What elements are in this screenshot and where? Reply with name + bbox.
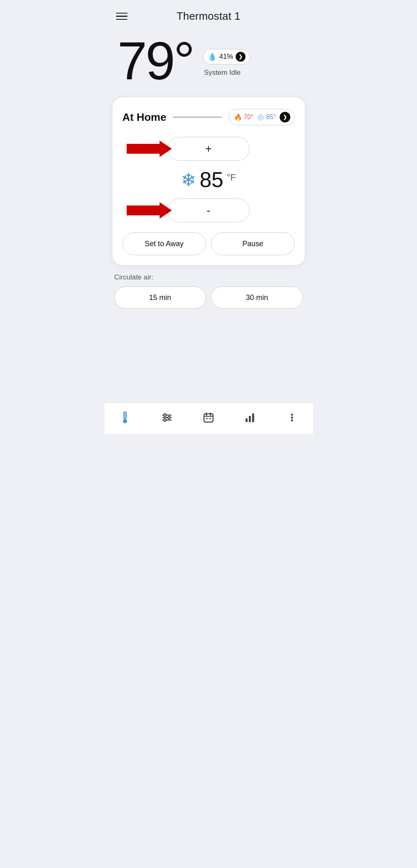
mode-arrow-button[interactable]: ❯ bbox=[280, 112, 290, 122]
nav-thermostat[interactable] bbox=[114, 409, 137, 426]
mode-temps-badge[interactable]: 🔥 70° ❄️ 85° ❯ bbox=[229, 109, 294, 125]
flex-spacer bbox=[104, 319, 313, 402]
nav-more[interactable] bbox=[280, 409, 303, 426]
nav-schedule[interactable] bbox=[197, 409, 220, 426]
heat-temp: 🔥 70° bbox=[234, 113, 253, 121]
temperature-section: 79° 💧 41% ❯ System Idle bbox=[104, 28, 313, 97]
sliders-icon bbox=[160, 411, 174, 424]
svg-rect-17 bbox=[246, 418, 248, 422]
svg-point-8 bbox=[168, 416, 170, 419]
temp-info: 💧 41% ❯ System Idle bbox=[203, 34, 250, 77]
mode-divider bbox=[173, 117, 222, 118]
humidity-arrow-button[interactable]: ❯ bbox=[236, 52, 246, 62]
mode-header: At Home 🔥 70° ❄️ 85° ❯ bbox=[123, 109, 295, 125]
mode-label: At Home bbox=[123, 111, 167, 124]
humidity-badge[interactable]: 💧 41% ❯ bbox=[203, 49, 250, 65]
set-temperature-display: ❄ 85 °F bbox=[181, 167, 236, 192]
drop-icon: 💧 bbox=[208, 52, 217, 61]
circulate-section: Circulate air: 15 min 30 min bbox=[104, 273, 313, 319]
nav-settings[interactable] bbox=[155, 409, 178, 426]
temperature-controls: + ❄ 85 °F - bbox=[123, 137, 295, 222]
system-status: System Idle bbox=[204, 69, 241, 77]
svg-point-22 bbox=[291, 420, 293, 422]
svg-rect-16 bbox=[209, 418, 211, 419]
plus-arrow-indicator bbox=[127, 141, 172, 157]
svg-rect-18 bbox=[249, 416, 251, 422]
thermometer-icon bbox=[118, 411, 132, 424]
circulate-label: Circulate air: bbox=[114, 273, 303, 282]
svg-point-20 bbox=[291, 414, 293, 416]
increase-temp-button[interactable]: + bbox=[167, 137, 250, 161]
svg-marker-0 bbox=[127, 141, 172, 157]
humidity-value: 41% bbox=[219, 53, 233, 61]
decrease-temp-button[interactable]: - bbox=[167, 199, 250, 222]
bar-chart-icon bbox=[243, 411, 257, 424]
circulate-30min-button[interactable]: 30 min bbox=[211, 286, 303, 309]
circulate-15min-button[interactable]: 15 min bbox=[114, 286, 206, 309]
svg-rect-15 bbox=[206, 418, 208, 419]
menu-button[interactable] bbox=[114, 11, 129, 22]
bottom-nav bbox=[104, 402, 313, 434]
flame-icon: 🔥 bbox=[234, 113, 242, 121]
svg-marker-1 bbox=[127, 202, 172, 219]
set-to-away-button[interactable]: Set to Away bbox=[123, 232, 206, 255]
minus-arrow-indicator bbox=[127, 202, 172, 219]
pause-button[interactable]: Pause bbox=[211, 232, 295, 255]
minus-row: - bbox=[123, 199, 295, 222]
nav-stats[interactable] bbox=[239, 409, 262, 426]
svg-point-4 bbox=[123, 419, 127, 423]
current-temperature: 79° bbox=[118, 34, 194, 88]
svg-point-21 bbox=[291, 417, 293, 419]
set-temp-unit: °F bbox=[227, 172, 236, 183]
svg-point-6 bbox=[164, 414, 166, 416]
svg-rect-11 bbox=[204, 414, 213, 422]
control-card: At Home 🔥 70° ❄️ 85° ❯ + ❄ bbox=[113, 97, 305, 265]
circulate-buttons: 15 min 30 min bbox=[114, 286, 303, 309]
header: Thermostat 1 bbox=[104, 0, 313, 28]
set-temp-value: 85 bbox=[199, 167, 223, 192]
cool-temp: ❄️ 85° bbox=[257, 113, 276, 121]
snowflake-icon-large: ❄ bbox=[181, 169, 196, 190]
svg-point-10 bbox=[164, 419, 166, 421]
plus-row: + bbox=[123, 137, 295, 161]
action-buttons: Set to Away Pause bbox=[123, 232, 295, 255]
snowflake-icon-small: ❄️ bbox=[257, 113, 265, 121]
calendar-icon bbox=[202, 411, 215, 424]
page-title: Thermostat 1 bbox=[129, 10, 288, 23]
dots-vertical-icon bbox=[285, 411, 299, 424]
svg-rect-19 bbox=[252, 413, 254, 422]
